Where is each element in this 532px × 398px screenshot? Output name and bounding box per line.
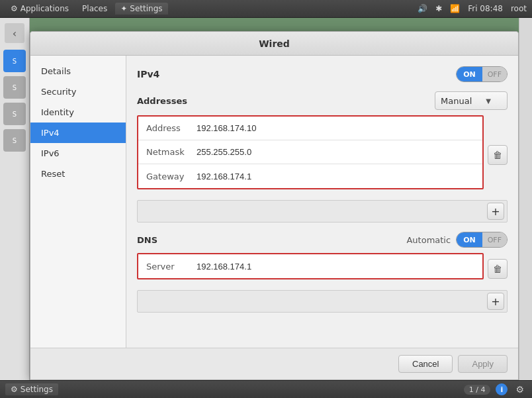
- nav-item-identity[interactable]: Identity: [30, 102, 126, 123]
- desktop: ‹ S S S S Wired Details Security Identit…: [0, 18, 532, 380]
- user-label: root: [511, 4, 527, 13]
- ipv4-section-header: IPv4 ON OFF: [137, 66, 508, 82]
- nav-item-security[interactable]: Security: [30, 81, 126, 102]
- topbar-right: 🔊 ✱ 📶 Fri 08:48 root: [418, 4, 527, 13]
- dialog-footer: Cancel Apply: [30, 348, 518, 379]
- taskbar-settings[interactable]: ⚙ Settings: [5, 383, 58, 395]
- nav-panel: Details Security Identity IPv4 IPv6 Rese…: [30, 56, 126, 348]
- dialog-title: Wired: [259, 38, 290, 49]
- address-table: Address Netmask Gateway: [137, 115, 484, 189]
- addresses-label: Addresses: [137, 96, 187, 106]
- taskbar-right: 1 / 4 i ⚙: [464, 383, 527, 395]
- nav-item-ipv6[interactable]: IPv6: [30, 143, 126, 164]
- method-label: Manual: [441, 96, 472, 106]
- side-panel: ‹ S S S S: [0, 18, 30, 380]
- netmask-input[interactable]: [191, 143, 482, 161]
- ipv4-title: IPv4: [137, 69, 159, 79]
- dialog-body: Details Security Identity IPv4 IPv6 Rese…: [30, 56, 518, 348]
- dns-title: DNS: [137, 235, 157, 245]
- gear-button[interactable]: ⚙: [513, 384, 527, 395]
- right-panel: [519, 18, 532, 380]
- trash-dns-icon: 🗑: [493, 264, 502, 274]
- topbar-applications[interactable]: ⚙ Applications: [5, 3, 74, 15]
- addresses-header: Addresses Manual ▼: [137, 91, 508, 110]
- dns-header: DNS Automatic ON OFF: [137, 232, 508, 248]
- info-badge[interactable]: i: [496, 383, 508, 395]
- taskbar: ⚙ Settings 1 / 4 i ⚙: [0, 380, 532, 398]
- apps-label: Applications: [21, 4, 69, 13]
- back-button[interactable]: ‹: [5, 23, 24, 43]
- topbar-settings[interactable]: ✦ Settings: [115, 3, 167, 15]
- dialog-titlebar: Wired: [30, 32, 518, 56]
- add-address-row: +: [137, 200, 508, 223]
- server-field-label: Server: [138, 256, 191, 277]
- dns-section: DNS Automatic ON OFF Server: [137, 232, 508, 313]
- topbar: ⚙ Applications Places ✦ Settings 🔊 ✱ 📶 F…: [0, 0, 532, 18]
- side-panel-item-3[interactable]: S: [3, 103, 26, 125]
- address-field-label: Address: [138, 118, 191, 138]
- gateway-field-label: Gateway: [138, 166, 191, 187]
- dns-auto-label: Automatic: [406, 235, 451, 245]
- nav-item-details[interactable]: Details: [30, 61, 126, 81]
- side-panel-item-1[interactable]: S: [3, 50, 26, 72]
- toggle-off-label[interactable]: OFF: [482, 67, 507, 81]
- dns-toggle-on-label[interactable]: ON: [457, 232, 482, 247]
- settings-icon: ✦: [120, 4, 127, 13]
- delete-dns-button[interactable]: 🗑: [488, 259, 508, 279]
- dns-toggle-off-label[interactable]: OFF: [482, 232, 507, 247]
- volume-icon: 🔊: [418, 4, 427, 13]
- page-indicator: 1 / 4: [464, 385, 491, 395]
- apply-button[interactable]: Apply: [458, 355, 508, 373]
- ipv4-toggle[interactable]: ON OFF: [456, 66, 508, 82]
- address-input[interactable]: [191, 119, 482, 137]
- settings-label: Settings: [130, 4, 162, 13]
- netmask-row: Netmask: [138, 140, 482, 164]
- nav-item-ipv4[interactable]: IPv4: [30, 123, 126, 143]
- dropdown-arrow-icon: ▼: [486, 97, 491, 105]
- topbar-places[interactable]: Places: [77, 3, 112, 15]
- dns-toggle[interactable]: ON OFF: [456, 232, 508, 248]
- cancel-button[interactable]: Cancel: [398, 355, 453, 373]
- dns-server-wrapper: Server: [137, 253, 484, 285]
- nav-item-reset[interactable]: Reset: [30, 164, 126, 184]
- side-panel-items: S S S S: [3, 50, 26, 153]
- netmask-field-label: Netmask: [138, 142, 191, 162]
- address-table-wrapper: Address Netmask Gateway: [137, 115, 484, 195]
- dns-server-outer: Server 🗑: [137, 253, 508, 285]
- add-dns-button[interactable]: +: [487, 293, 504, 310]
- add-address-button[interactable]: +: [487, 203, 504, 220]
- apps-icon: ⚙: [11, 4, 18, 13]
- network-icon: 📶: [450, 4, 460, 13]
- server-input[interactable]: [191, 258, 482, 275]
- trash-icon: 🗑: [493, 150, 502, 160]
- toggle-on-label[interactable]: ON: [457, 67, 482, 81]
- dns-server-table: Server: [137, 253, 484, 279]
- bluetooth-icon: ✱: [435, 4, 442, 13]
- places-label: Places: [82, 4, 107, 13]
- wired-dialog: Wired Details Security Identity IPv4 IPv…: [30, 31, 519, 380]
- gateway-input[interactable]: [191, 168, 482, 185]
- taskbar-settings-icon: ⚙: [11, 385, 18, 394]
- add-dns-row: +: [137, 290, 508, 313]
- side-panel-item-2[interactable]: S: [3, 76, 26, 99]
- addresses-outer: Address Netmask Gateway: [137, 115, 508, 195]
- content-area: IPv4 ON OFF Addresses Manual ▼: [126, 56, 518, 348]
- delete-address-button[interactable]: 🗑: [488, 145, 508, 165]
- side-panel-item-4[interactable]: S: [3, 129, 26, 152]
- address-row: Address: [138, 117, 482, 140]
- server-row: Server: [138, 254, 482, 278]
- gateway-row: Gateway: [138, 164, 482, 188]
- taskbar-app-label: Settings: [21, 385, 53, 394]
- clock: Fri 08:48: [468, 4, 503, 13]
- method-dropdown[interactable]: Manual ▼: [435, 91, 508, 110]
